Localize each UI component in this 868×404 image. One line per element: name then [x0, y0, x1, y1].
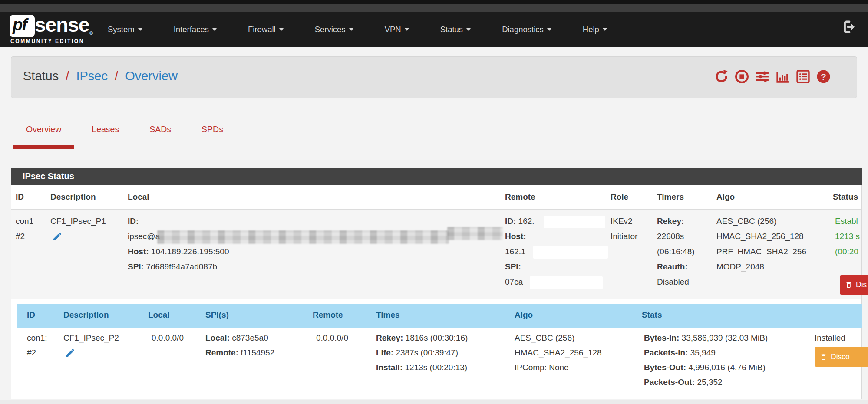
tab-sads[interactable]: SADs — [149, 125, 171, 135]
remote-spi-label: SPI: — [505, 262, 521, 271]
tab-leases[interactable]: Leases — [92, 125, 119, 135]
rekey-time: (06:16:48) — [657, 244, 695, 259]
tab-overview[interactable]: Overview — [26, 125, 61, 135]
secondary-strip — [0, 4, 868, 12]
bytes-out-label: Bytes-Out: — [644, 363, 686, 372]
child-local-network: 0.0.0.0/0 — [152, 331, 184, 345]
bytes-out-value: 4,996,016 (4.76 MiB) — [688, 363, 765, 372]
algo-prf: PRF_HMAC_SHA2_256 — [716, 244, 806, 259]
breadcrumb-bar: Status / IPsec / Overview — [11, 56, 857, 98]
nav-item-firewall[interactable]: Firewall — [248, 25, 284, 34]
card-title: IPsec Status — [23, 171, 74, 181]
local-spi-value: 7d689f64a7ad087b — [146, 262, 217, 271]
child-rekey-label: Rekey: — [376, 333, 403, 342]
child-sa-header-row — [17, 304, 862, 328]
edit-pencil-icon[interactable] — [65, 348, 76, 358]
spi-remote-label: Remote: — [205, 348, 238, 357]
trash-icon — [845, 281, 852, 289]
tab-spds[interactable]: SPDs — [201, 125, 223, 135]
spi-remote-value: f1154952 — [241, 348, 274, 357]
nav-item-diagnostics[interactable]: Diagnostics — [502, 25, 551, 34]
spi-local-value: c873e5a0 — [232, 333, 268, 342]
redacted-remote-host — [533, 246, 608, 259]
redacted-local-id — [157, 230, 449, 244]
pfsense-logo[interactable]: pf sense ® COMMUNITY EDITION — [10, 13, 105, 44]
breadcrumb-link-overview[interactable]: Overview — [125, 69, 178, 83]
cell-local: ID: ipsec@a Host: 104.189.226.195:500 SP… — [128, 213, 229, 274]
cell-role: IKEv2 Initiator — [611, 213, 637, 244]
nav-label: Interfaces — [174, 25, 209, 34]
col-header-timers: Timers — [657, 192, 684, 202]
nav-label: System — [108, 25, 135, 34]
child-cell-times: Rekey: 1816s (00:30:16) Life: 2387s (00:… — [376, 331, 468, 375]
log-view-icon[interactable] — [796, 69, 810, 84]
chevron-down-icon — [349, 28, 353, 31]
child-algo-encryption: AES_CBC (256) — [515, 331, 602, 345]
nav-item-status[interactable]: Status — [440, 25, 471, 34]
filter-sliders-icon[interactable] — [755, 69, 769, 84]
local-host-value: 104.189.226.195:500 — [151, 247, 229, 256]
page-background — [0, 400, 868, 404]
breadcrumb-separator: / — [62, 69, 73, 83]
help-icon[interactable]: ? — [816, 69, 831, 84]
child-cell-id: con1: #2 — [27, 331, 47, 360]
nav-item-services[interactable]: Services — [315, 25, 353, 34]
refresh-icon[interactable] — [714, 69, 729, 84]
child-connection-id: con1: — [27, 331, 47, 345]
col-header-remote: Remote — [505, 192, 535, 202]
row-divider — [17, 398, 862, 398]
local-host-label: Host: — [128, 247, 149, 256]
breadcrumb-link-ipsec[interactable]: IPsec — [76, 69, 108, 83]
child-remote-network: 0.0.0.0/0 — [316, 331, 348, 345]
cell-id: con1 #2 — [16, 213, 33, 244]
algo-dhgroup: MODP_2048 — [716, 259, 806, 274]
child-col-id: ID — [27, 310, 35, 320]
rekey-label: Rekey: — [657, 217, 684, 226]
child-disconnect-button[interactable]: Disco — [815, 347, 868, 367]
active-tab-underline — [13, 145, 74, 149]
child-description-text: CF1_IPsec_P2 — [63, 331, 119, 345]
cell-remote: ID: 162. Host: 162.1 SPI: 07ca — [505, 213, 535, 289]
disconnect-label: Dis — [856, 280, 867, 289]
ipsec-tabs: Overview Leases SADs SPDs — [26, 125, 223, 135]
disconnect-button[interactable]: Dis — [840, 275, 868, 295]
stop-icon[interactable] — [735, 69, 749, 84]
child-cell-stats: Bytes-In: 33,586,939 (32.03 MiB) Packets… — [644, 331, 768, 390]
local-spi-label: SPI: — [128, 262, 144, 271]
remote-host-value: 162.1 — [505, 244, 535, 259]
logo-pf-text: pf — [13, 16, 26, 34]
packets-out-value: 25,352 — [697, 378, 722, 387]
nav-item-system[interactable]: System — [108, 25, 142, 34]
top-strip — [0, 0, 868, 4]
nav-label: Help — [583, 25, 599, 34]
child-cell-local: 0.0.0.0/0 — [152, 331, 184, 345]
chevron-down-icon — [547, 28, 551, 31]
nav-item-interfaces[interactable]: Interfaces — [174, 25, 217, 34]
nav-label: Firewall — [248, 25, 276, 34]
local-id-label: ID: — [128, 217, 139, 226]
logout-icon[interactable] — [842, 19, 857, 35]
logo-subtitle: COMMUNITY EDITION — [10, 38, 84, 44]
connection-instance: #2 — [16, 229, 33, 244]
connection-id: con1 — [16, 213, 33, 229]
nav-label: Services — [315, 25, 346, 34]
redacted-remote-id — [544, 216, 605, 228]
nav-item-vpn[interactable]: VPN — [385, 25, 409, 34]
breadcrumb: Status / IPsec / Overview — [23, 69, 178, 83]
chevron-down-icon — [212, 28, 217, 31]
bytes-in-value: 33,586,939 (32.03 MiB) — [682, 333, 768, 342]
edit-pencil-icon[interactable] — [52, 231, 63, 242]
col-header-local: Local — [128, 192, 149, 202]
nav-menu: System Interfaces Firewall Services VPN … — [108, 12, 607, 47]
redacted-remote-spi — [530, 276, 603, 289]
child-cell-description: CF1_IPsec_P2 — [63, 331, 119, 363]
status-seconds: 1213 s — [835, 229, 860, 244]
bar-chart-icon[interactable] — [776, 69, 790, 84]
trash-icon — [820, 353, 827, 361]
child-rekey-value: 1816s (00:30:16) — [406, 333, 468, 342]
bytes-in-label: Bytes-In: — [644, 333, 679, 342]
col-header-algo: Algo — [716, 192, 735, 202]
chevron-down-icon — [138, 28, 142, 31]
packets-in-value: 35,949 — [690, 348, 716, 357]
nav-item-help[interactable]: Help — [583, 25, 607, 34]
